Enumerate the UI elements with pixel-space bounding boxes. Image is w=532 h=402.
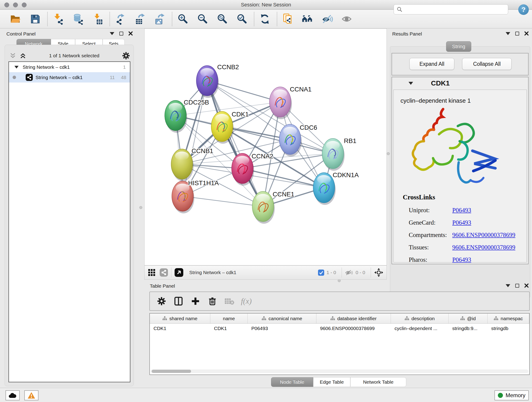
entry-disclosure-icon[interactable] xyxy=(409,82,413,85)
export-image-button[interactable] xyxy=(153,12,166,26)
network-canvas[interactable]: CCNB2CCNA1CDC25BCDK1CDC6RB1CCNB1CCNA2CDK… xyxy=(144,28,387,265)
entry-header[interactable]: CDK1 xyxy=(392,77,528,89)
node-ccnb2[interactable]: CCNB2 xyxy=(196,64,239,98)
zoom-selected-button[interactable] xyxy=(235,12,248,26)
network-view-icon[interactable] xyxy=(160,268,168,277)
eye-slash-icon xyxy=(321,13,333,25)
table-settings-button[interactable] xyxy=(155,294,168,308)
add-column-button[interactable] xyxy=(189,294,202,308)
selected-checkbox-icon[interactable] xyxy=(318,269,324,276)
tab-string[interactable]: String xyxy=(446,41,471,52)
table-cell[interactable]: CDK1 xyxy=(150,326,210,331)
node-cdc6[interactable]: CDC6 xyxy=(279,124,317,157)
expand-all-chevron-icon[interactable] xyxy=(19,53,26,59)
expand-all-button[interactable]: Expand All xyxy=(409,58,454,70)
import-network-from-database-button[interactable] xyxy=(71,12,84,26)
table-cell[interactable]: cyclin–dependent ... xyxy=(391,326,449,331)
function-builder-button[interactable]: f(x) xyxy=(240,294,253,308)
network-row-selected[interactable]: String Network – cdk1 11 48 xyxy=(9,72,130,83)
collapse-all-chevron-icon[interactable] xyxy=(9,53,16,59)
gear-icon[interactable] xyxy=(122,52,130,60)
hidden-eye-slash-icon[interactable] xyxy=(345,269,353,276)
export-network-icon xyxy=(115,13,126,25)
save-session-button[interactable] xyxy=(29,12,42,26)
column-header--id[interactable]: @id xyxy=(449,313,488,323)
panel-close-icon[interactable] xyxy=(524,31,529,36)
zoom-in-button[interactable] xyxy=(177,12,189,26)
open-session-button[interactable] xyxy=(9,12,22,26)
node-ccnb1[interactable]: CCNB1 xyxy=(171,147,213,181)
zoom-out-button[interactable] xyxy=(196,12,209,26)
tab-node-table[interactable]: Node Table xyxy=(271,377,313,387)
show-all-networks-button[interactable] xyxy=(301,12,314,26)
node-ccne1[interactable]: CCNE1 xyxy=(252,191,294,224)
search-input[interactable] xyxy=(403,6,508,12)
table-cell[interactable]: P06493 xyxy=(248,326,317,331)
delete-table-button[interactable] xyxy=(223,294,236,308)
scrollbar-thumb[interactable] xyxy=(152,370,191,373)
panel-float-icon[interactable] xyxy=(515,284,519,288)
panel-close-icon[interactable] xyxy=(524,283,529,288)
column-header-shared-name[interactable]: shared name xyxy=(150,313,210,323)
duplicate-network-button[interactable] xyxy=(281,12,294,26)
table-cell[interactable]: stringdb xyxy=(488,326,529,331)
node-ccna1[interactable]: CCNA1 xyxy=(269,86,312,119)
panel-float-icon[interactable] xyxy=(515,32,519,36)
delete-column-button[interactable] xyxy=(206,294,219,308)
tab-network-table[interactable]: Network Table xyxy=(350,377,406,387)
import-table-from-file-button[interactable] xyxy=(91,12,104,26)
edge-ccne1-hist1h1a[interactable] xyxy=(183,196,263,206)
crosslink-link[interactable]: 9606.ENSP00000378699 xyxy=(452,231,515,239)
memory-button[interactable]: Memory xyxy=(494,390,529,400)
horizontal-scrollbar[interactable] xyxy=(151,370,528,373)
export-network-button[interactable] xyxy=(114,12,127,26)
panel-float-icon[interactable] xyxy=(119,32,123,36)
panel-menu-icon[interactable] xyxy=(506,284,510,287)
hide-selected-button[interactable] xyxy=(321,12,334,26)
network-collection-row[interactable]: String Network – cdk1 1 xyxy=(9,62,130,72)
zoom-fit-button[interactable] xyxy=(216,12,229,26)
collapse-all-button[interactable]: Collapse All xyxy=(462,58,512,70)
node-hist1h1a[interactable]: HIST1H1A xyxy=(172,179,219,213)
node-cdkn1a[interactable]: CDKN1A xyxy=(313,172,359,205)
grid-view-icon[interactable] xyxy=(148,269,156,276)
collection-disclosure-icon[interactable] xyxy=(14,66,19,69)
crosslink-link[interactable]: 9606.ENSP00000378699 xyxy=(452,244,515,251)
pan-crosshair-icon[interactable] xyxy=(374,268,383,277)
column-header-namespac[interactable]: namespac xyxy=(488,313,529,323)
crosslink-link[interactable]: P06493 xyxy=(452,256,471,263)
show-columns-button[interactable] xyxy=(172,294,185,308)
edge-ccnb2-ccne1[interactable] xyxy=(207,81,263,206)
vertical-splitter-handle[interactable] xyxy=(139,206,142,209)
table-cell[interactable]: 9606.ENSP00000378699 xyxy=(317,326,391,331)
node-label: HIST1H1A xyxy=(188,179,219,186)
column-header-database-identifier[interactable]: database identifier xyxy=(317,313,391,323)
tab-edge-table[interactable]: Edge Table xyxy=(313,377,350,387)
table-cell[interactable]: CDK1 xyxy=(210,326,248,331)
export-table-button[interactable] xyxy=(134,12,147,26)
panel-menu-icon[interactable] xyxy=(506,32,510,35)
node-rb1[interactable]: RB1 xyxy=(322,137,356,171)
table-cell[interactable]: stringdb:9... xyxy=(449,326,488,331)
cloud-status-button[interactable] xyxy=(6,390,20,400)
panel-close-icon[interactable] xyxy=(128,31,133,36)
node-label: CDC25B xyxy=(184,99,209,106)
crosslink-link[interactable]: P06493 xyxy=(452,219,471,226)
crosslink-link[interactable]: P06493 xyxy=(452,207,471,214)
detach-view-icon[interactable] xyxy=(175,268,183,277)
table-row[interactable]: CDK1CDK1P064939606.ENSP00000378699cyclin… xyxy=(150,324,529,333)
panel-menu-icon[interactable] xyxy=(110,32,114,35)
crosslink-row: Tissues:9606.ENSP00000378699 xyxy=(394,241,526,254)
show-hidden-button[interactable] xyxy=(341,12,353,26)
application-window: Session: New Session xyxy=(0,0,532,402)
edge-ccna2-cdkn1a[interactable] xyxy=(242,168,324,188)
refresh-view-button[interactable] xyxy=(259,12,271,26)
column-header-canonical-name[interactable]: canonical name xyxy=(248,313,317,323)
import-network-from-file-button[interactable] xyxy=(52,12,65,26)
column-header-description[interactable]: description xyxy=(391,313,449,323)
entry-gene-name: CDK1 xyxy=(431,79,450,87)
warnings-button[interactable] xyxy=(24,390,38,400)
column-header-name[interactable]: name xyxy=(210,313,248,323)
help-button[interactable]: ? xyxy=(518,4,529,15)
node-label: CCNE1 xyxy=(273,191,294,198)
